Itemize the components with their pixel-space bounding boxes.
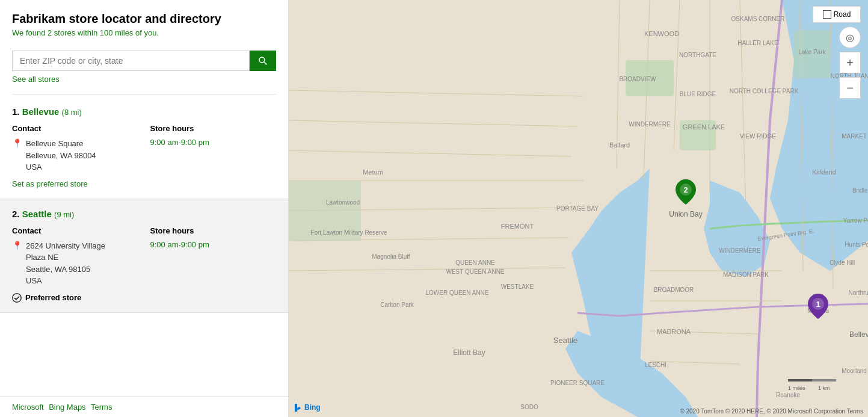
- svg-text:VIEW RIDGE: VIEW RIDGE: [740, 133, 776, 140]
- location-icon-1: 📍: [12, 138, 22, 148]
- svg-text:NORTH COLLEGE PARK: NORTH COLLEGE PARK: [730, 88, 799, 94]
- map-attribution: © 2020 TomTom © 2020 HERE, © 2020 Micros…: [680, 408, 863, 415]
- svg-text:SODO: SODO: [520, 404, 538, 410]
- header: Fabrikam store locator and directory We …: [0, 0, 288, 43]
- svg-text:OSKAMS CORNER: OSKAMS CORNER: [731, 16, 785, 22]
- svg-text:NORTHGATE: NORTHGATE: [679, 52, 716, 58]
- svg-text:BROADVIEW: BROADVIEW: [619, 76, 656, 82]
- svg-text:1: 1: [816, 300, 820, 309]
- svg-text:PIONEER SQUARE: PIONEER SQUARE: [550, 380, 605, 386]
- svg-text:LESCHI: LESCHI: [645, 362, 666, 368]
- svg-text:BLUE RIDGE: BLUE RIDGE: [680, 91, 716, 97]
- hours-text-2: 9:00 am-9:00 pm: [150, 240, 277, 249]
- store-hours-col-2: Store hours 9:00 am-9:00 pm: [150, 226, 277, 287]
- left-panel: Fabrikam store locator and directory We …: [0, 0, 289, 417]
- store-details-2: Contact 📍 2624 University Village Plaza …: [12, 226, 276, 287]
- bing-maps-link[interactable]: Bing Maps: [49, 403, 85, 412]
- address-text-2: 2624 University Village Plaza NE Seattle…: [26, 240, 105, 287]
- svg-text:Magnolia Bluff: Magnolia Bluff: [372, 253, 410, 260]
- svg-text:1 km: 1 km: [818, 385, 830, 391]
- address-line2-1: Bellevue, WA 98004: [26, 151, 96, 160]
- map-controls: Road ◎ + −: [813, 6, 861, 99]
- divider: [12, 94, 276, 94]
- preferred-badge-label: Preferred store: [25, 293, 81, 302]
- address-text-1: Bellevue Square Bellevue, WA 98004 USA: [26, 138, 96, 173]
- address-row-1: 📍 Bellevue Square Bellevue, WA 98004 USA: [12, 138, 138, 173]
- svg-text:Union Bay: Union Bay: [669, 210, 702, 218]
- search-area: See all stores: [0, 43, 288, 91]
- plus-icon: +: [846, 56, 854, 70]
- svg-text:LOWER QUEEN ANNE: LOWER QUEEN ANNE: [425, 289, 488, 296]
- svg-text:WINDERMERE: WINDERMERE: [629, 121, 671, 128]
- svg-text:Metum: Metum: [363, 168, 383, 176]
- svg-text:FREMONT: FREMONT: [501, 223, 534, 230]
- svg-line-1: [264, 62, 266, 64]
- road-button[interactable]: Road: [813, 6, 861, 23]
- search-button[interactable]: [250, 51, 276, 71]
- address-line1-2: 2624 University Village: [26, 241, 105, 250]
- bing-icon: [294, 403, 303, 412]
- svg-text:BROADMOOR: BROADMOOR: [654, 286, 694, 293]
- gps-icon: ◎: [846, 32, 854, 43]
- svg-text:Bellevue: Bellevue: [849, 330, 868, 339]
- map-marker-seattle[interactable]: 2: [676, 179, 696, 205]
- address-line3-2: Seattle, WA 98105: [26, 265, 90, 274]
- hours-text-1: 9:00 am-9:00 pm: [150, 138, 277, 147]
- svg-text:Lawtonwood: Lawtonwood: [326, 199, 360, 206]
- hours-header-1: Store hours: [150, 124, 277, 133]
- terms-link[interactable]: Terms: [91, 403, 112, 412]
- svg-text:MADISON PARK: MADISON PARK: [723, 271, 769, 278]
- road-label: Road: [834, 10, 851, 19]
- svg-text:Roanoke: Roanoke: [776, 392, 800, 398]
- svg-text:GREEN LAKE: GREEN LAKE: [683, 123, 725, 131]
- search-row: [12, 51, 276, 71]
- svg-text:WINDERMERE: WINDERMERE: [719, 247, 761, 254]
- map-marker-bellevue[interactable]: 1: [808, 294, 828, 319]
- address-line4-2: USA: [26, 276, 42, 285]
- address-line3-1: USA: [26, 162, 42, 171]
- see-all-link[interactable]: See all stores: [12, 75, 60, 84]
- contact-header-1: Contact: [12, 124, 138, 133]
- search-icon: [258, 56, 268, 66]
- contact-header-2: Contact: [12, 226, 138, 235]
- bing-logo: Bing: [294, 403, 321, 412]
- hours-header-2: Store hours: [150, 226, 277, 235]
- preferred-badge: Preferred store: [12, 293, 276, 303]
- footer: Microsoft Bing Maps Terms: [0, 396, 288, 417]
- svg-text:WEST QUEEN ANNE: WEST QUEEN ANNE: [446, 268, 504, 275]
- road-icon: [823, 10, 831, 19]
- store-card-seattle: 2. Seattle (9 mi) Contact 📍 2624 Univers…: [0, 199, 288, 313]
- gps-button[interactable]: ◎: [839, 26, 861, 48]
- store-contact-col-1: Contact 📍 Bellevue Square Bellevue, WA 9…: [12, 124, 138, 173]
- svg-text:WESTLAKE: WESTLAKE: [501, 283, 534, 290]
- svg-text:MADRONA: MADRONA: [657, 328, 691, 335]
- location-icon-2: 📍: [12, 241, 22, 250]
- svg-text:1 miles: 1 miles: [788, 385, 805, 391]
- preferred-check-icon: [12, 293, 22, 303]
- svg-text:Carlton Park: Carlton Park: [380, 301, 414, 308]
- microsoft-link[interactable]: Microsoft: [12, 403, 44, 412]
- zoom-in-button[interactable]: +: [839, 52, 861, 73]
- svg-text:HALLER LAKE: HALLER LAKE: [737, 40, 778, 46]
- svg-text:Fort Lawton Military Reserve: Fort Lawton Military Reserve: [310, 229, 387, 236]
- svg-point-2: [13, 293, 21, 301]
- zoom-out-button[interactable]: −: [839, 77, 861, 99]
- svg-text:Northrup: Northrup: [849, 289, 868, 296]
- store-title-2: 2. Seattle (9 mi): [12, 209, 276, 219]
- svg-text:PORTAGE BAY: PORTAGE BAY: [556, 205, 599, 212]
- store-card-bellevue: 1. Bellevue (8 mi) Contact 📍 Bellevue Sq…: [0, 97, 288, 199]
- store-contact-col-2: Contact 📍 2624 University Village Plaza …: [12, 226, 138, 287]
- search-input[interactable]: [12, 51, 250, 71]
- svg-text:Yarrow Point: Yarrow Point: [843, 217, 868, 224]
- address-line1-1: Bellevue Square: [26, 139, 83, 148]
- store-hours-col-1: Store hours 9:00 am-9:00 pm: [150, 124, 277, 173]
- page-title: Fabrikam store locator and directory: [12, 12, 276, 26]
- svg-text:2: 2: [683, 185, 688, 194]
- svg-text:Kirkland: Kirkland: [812, 168, 836, 176]
- svg-rect-74: [788, 379, 812, 381]
- svg-point-0: [259, 57, 265, 63]
- map-svg: KENWOOD OSKAMS CORNER Lake Park NORTH JU…: [289, 0, 868, 417]
- bing-label: Bing: [304, 403, 321, 412]
- set-preferred-link-1[interactable]: Set as preferred store: [12, 179, 88, 188]
- svg-text:Clyde Hill: Clyde Hill: [830, 259, 855, 266]
